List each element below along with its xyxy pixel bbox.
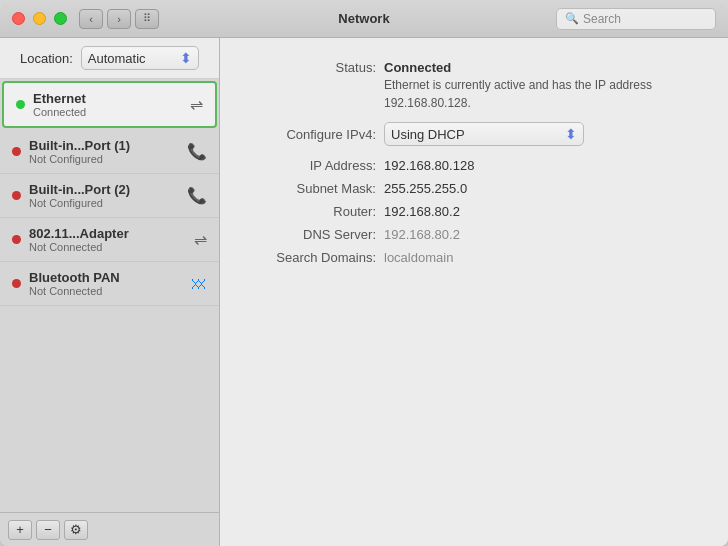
network-item-port1[interactable]: Built-in...Port (1) Not Configured 📞	[0, 130, 219, 174]
main-content: Location: Automatic ⬍ Ethernet Connected…	[0, 38, 728, 546]
ethernet-icon: ⇌	[190, 95, 203, 114]
status-dot-wifi	[12, 235, 21, 244]
ip-row: IP Address: 192.168.80.128	[244, 158, 704, 173]
location-label: Location:	[20, 51, 73, 66]
network-info-port2: Built-in...Port (2) Not Configured	[29, 182, 183, 209]
dns-value: 192.168.80.2	[384, 227, 460, 242]
location-value: Automatic	[88, 51, 146, 66]
search-domains-value: localdomain	[384, 250, 453, 265]
network-name-bluetooth: Bluetooth PAN	[29, 270, 187, 285]
status-dot-port1	[12, 147, 21, 156]
status-label: Status:	[244, 60, 384, 75]
network-item-ethernet[interactable]: Ethernet Connected ⇌	[2, 81, 217, 128]
maximize-button[interactable]	[54, 12, 67, 25]
network-item-port2[interactable]: Built-in...Port (2) Not Configured 📞	[0, 174, 219, 218]
router-value: 192.168.80.2	[384, 204, 460, 219]
port1-icon: 📞	[187, 142, 207, 161]
network-status-port2: Not Configured	[29, 197, 183, 209]
grid-button[interactable]: ⠿	[135, 9, 159, 29]
network-status-ethernet: Connected	[33, 106, 186, 118]
network-info-wifi: 802.11...Adapter Not Connected	[29, 226, 190, 253]
search-domains-label: Search Domains:	[244, 250, 384, 265]
search-domains-row: Search Domains: localdomain	[244, 250, 704, 265]
network-name-wifi: 802.11...Adapter	[29, 226, 190, 241]
dns-row: DNS Server: 192.168.80.2	[244, 227, 704, 242]
subnet-row: Subnet Mask: 255.255.255.0	[244, 181, 704, 196]
port2-icon: 📞	[187, 186, 207, 205]
gear-button[interactable]: ⚙	[64, 520, 88, 540]
window: ‹ › ⠿ Network 🔍 Search Location: Automat…	[0, 0, 728, 546]
status-row: Status: Connected Ethernet is currently …	[244, 58, 704, 112]
status-dot-port2	[12, 191, 21, 200]
ip-value: 192.168.80.128	[384, 158, 474, 173]
location-row: Location: Automatic ⬍	[0, 38, 219, 79]
location-arrow: ⬍	[180, 50, 192, 66]
search-input[interactable]: Search	[583, 12, 621, 26]
window-title: Network	[338, 11, 389, 26]
network-item-wifi[interactable]: 802.11...Adapter Not Connected ⇌	[0, 218, 219, 262]
configure-label: Configure IPv4:	[244, 127, 384, 142]
configure-arrow: ⬍	[565, 126, 577, 142]
network-info-port1: Built-in...Port (1) Not Configured	[29, 138, 183, 165]
titlebar: ‹ › ⠿ Network 🔍 Search	[0, 0, 728, 38]
search-box[interactable]: 🔍 Search	[556, 8, 716, 30]
network-status-wifi: Not Connected	[29, 241, 190, 253]
status-value: Connected	[384, 60, 451, 75]
network-name-port2: Built-in...Port (2)	[29, 182, 183, 197]
close-button[interactable]	[12, 12, 25, 25]
detail-panel: Status: Connected Ethernet is currently …	[220, 38, 728, 546]
status-dot-bluetooth	[12, 279, 21, 288]
network-status-bluetooth: Not Connected	[29, 285, 187, 297]
status-value-container: Connected Ethernet is currently active a…	[384, 58, 664, 112]
router-row: Router: 192.168.80.2	[244, 204, 704, 219]
status-description: Ethernet is currently active and has the…	[384, 76, 664, 112]
network-status-port1: Not Configured	[29, 153, 183, 165]
add-button[interactable]: +	[8, 520, 32, 540]
configure-select[interactable]: Using DHCP ⬍	[384, 122, 584, 146]
network-info-bluetooth: Bluetooth PAN Not Connected	[29, 270, 187, 297]
network-name-port1: Built-in...Port (1)	[29, 138, 183, 153]
nav-buttons: ‹ ›	[79, 9, 131, 29]
traffic-lights	[12, 12, 67, 25]
status-dot-ethernet	[16, 100, 25, 109]
sidebar: Location: Automatic ⬍ Ethernet Connected…	[0, 38, 220, 546]
dns-label: DNS Server:	[244, 227, 384, 242]
back-button[interactable]: ‹	[79, 9, 103, 29]
ip-label: IP Address:	[244, 158, 384, 173]
minimize-button[interactable]	[33, 12, 46, 25]
configure-row: Configure IPv4: Using DHCP ⬍	[244, 122, 704, 146]
network-item-bluetooth[interactable]: Bluetooth PAN Not Connected ⯵	[0, 262, 219, 306]
forward-button[interactable]: ›	[107, 9, 131, 29]
router-label: Router:	[244, 204, 384, 219]
subnet-value: 255.255.255.0	[384, 181, 467, 196]
network-info-ethernet: Ethernet Connected	[33, 91, 186, 118]
subnet-label: Subnet Mask:	[244, 181, 384, 196]
network-name-ethernet: Ethernet	[33, 91, 186, 106]
network-list: Ethernet Connected ⇌ Built-in...Port (1)…	[0, 79, 219, 512]
remove-button[interactable]: −	[36, 520, 60, 540]
location-select[interactable]: Automatic ⬍	[81, 46, 199, 70]
configure-value: Using DHCP	[391, 127, 465, 142]
bluetooth-icon: ⯵	[191, 275, 207, 293]
search-icon: 🔍	[565, 12, 579, 25]
wifi-icon: ⇌	[194, 230, 207, 249]
sidebar-toolbar: + − ⚙	[0, 512, 219, 546]
